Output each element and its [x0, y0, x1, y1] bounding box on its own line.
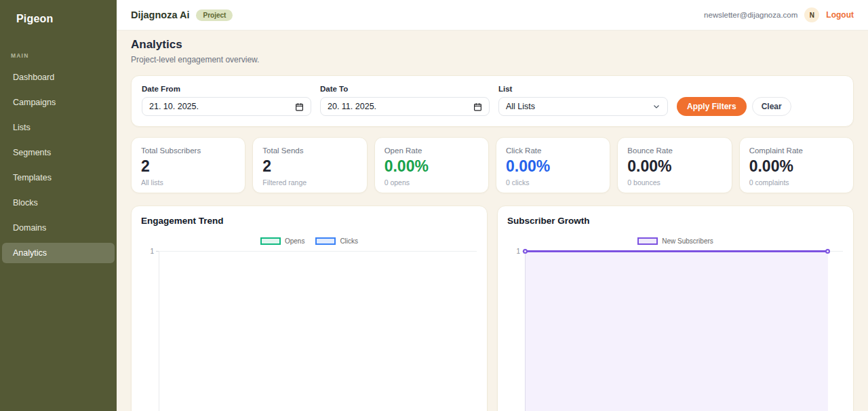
topbar-right: newsletter@dijagnoza.com N Logout	[704, 7, 854, 22]
stat-value: 2	[262, 158, 357, 175]
stat-card-total-subscribers: Total Subscribers2All lists	[131, 137, 245, 193]
date-from-field: Date From 21. 10. 2025.	[142, 85, 311, 116]
engagement-trend-plot: 1	[159, 251, 477, 411]
subscriber-growth-plot: 1	[525, 251, 843, 411]
stat-value: 0.00%	[749, 158, 844, 175]
project-title: Dijagnoza Ai	[131, 9, 189, 20]
subscriber-growth-title: Subscriber Growth	[507, 216, 844, 226]
legend-label: Opens	[285, 237, 304, 245]
legend-item-new-subscribers[interactable]: New Subscribers	[637, 237, 713, 245]
stat-label: Complaint Rate	[749, 146, 844, 155]
sidebar: Pigeon MAIN DashboardCampaignsListsSegme…	[0, 0, 117, 411]
sidebar-item-domains[interactable]: Domains	[2, 218, 115, 238]
legend-swatch	[315, 237, 336, 245]
list-label: List	[498, 85, 668, 93]
data-point-end	[825, 249, 830, 254]
legend-item-opens[interactable]: Opens	[260, 237, 304, 245]
subscriber-growth-legend: New Subscribers	[507, 237, 844, 245]
avatar: N	[804, 7, 819, 22]
list-field: List All Lists	[498, 85, 668, 116]
calendar-icon[interactable]	[473, 102, 482, 111]
stat-label: Bounce Rate	[627, 146, 722, 155]
stat-sub: 0 clicks	[506, 178, 600, 187]
stat-card-total-sends: Total Sends2Filtered range	[252, 137, 367, 193]
sidebar-item-campaigns[interactable]: Campaigns	[2, 92, 115, 113]
sidebar-item-templates[interactable]: Templates	[2, 168, 115, 188]
date-from-label: Date From	[142, 85, 311, 93]
filter-bar: Date From 21. 10. 2025. Date To	[131, 75, 854, 127]
date-from-value: 21. 10. 2025.	[149, 102, 199, 111]
stats-row: Total Subscribers2All listsTotal Sends2F…	[131, 137, 854, 193]
y-tick-label: 1	[142, 248, 154, 255]
stat-value: 0.00%	[627, 158, 722, 175]
stat-label: Click Rate	[506, 146, 600, 155]
data-point-start	[523, 249, 528, 254]
date-to-input[interactable]: 20. 11. 2025.	[320, 97, 490, 116]
stat-card-complaint-rate: Complaint Rate0.00%0 complaints	[739, 137, 854, 193]
stat-sub: Filtered range	[262, 178, 357, 187]
engagement-trend-legend: OpensClicks	[141, 237, 477, 245]
new-subscribers-line	[525, 250, 828, 252]
subscriber-growth-card: Subscriber Growth New Subscribers 1	[497, 206, 854, 411]
page-subtitle: Project-level engagement overview.	[131, 55, 854, 64]
filter-actions: Apply Filters Clear	[677, 97, 791, 117]
main-column: Dijagnoza Ai Project newsletter@dijagnoz…	[117, 0, 868, 411]
calendar-icon[interactable]	[295, 102, 304, 111]
topbar: Dijagnoza Ai Project newsletter@dijagnoz…	[117, 0, 868, 31]
stat-sub: All lists	[141, 178, 235, 187]
chevron-down-icon	[652, 102, 660, 111]
list-select[interactable]: All Lists	[498, 97, 668, 116]
stat-sub: 0 complaints	[749, 178, 844, 187]
legend-label: New Subscribers	[662, 237, 713, 245]
legend-label: Clicks	[340, 237, 358, 245]
date-to-value: 20. 11. 2025.	[328, 102, 376, 111]
sidebar-section-label: MAIN	[11, 52, 106, 59]
stat-card-open-rate: Open Rate0.00%0 opens	[374, 137, 489, 193]
stat-value: 2	[141, 158, 235, 175]
stat-value: 0.00%	[506, 158, 600, 175]
y-tick-label: 1	[509, 248, 520, 255]
date-to-label: Date To	[320, 85, 490, 93]
clear-filters-button[interactable]: Clear	[752, 97, 791, 116]
stat-value: 0.00%	[384, 158, 479, 175]
new-subscribers-area-fill	[525, 252, 828, 411]
charts-row: Engagement Trend OpensClicks 1 Subscribe…	[131, 206, 854, 411]
engagement-trend-card: Engagement Trend OpensClicks 1	[131, 206, 488, 411]
app-logo: Pigeon	[0, 0, 117, 25]
sidebar-item-analytics[interactable]: Analytics	[2, 243, 115, 263]
legend-swatch	[260, 237, 281, 245]
sidebar-item-blocks[interactable]: Blocks	[2, 193, 115, 213]
stat-label: Open Rate	[384, 146, 479, 155]
page-title: Analytics	[131, 38, 854, 52]
stat-card-bounce-rate: Bounce Rate0.00%0 bounces	[617, 137, 732, 193]
sidebar-nav: DashboardCampaignsListsSegmentsTemplates…	[0, 64, 117, 265]
user-email: newsletter@dijagnoza.com	[704, 11, 797, 19]
engagement-trend-title: Engagement Trend	[141, 216, 477, 226]
topbar-left: Dijagnoza Ai Project	[131, 9, 233, 21]
stat-label: Total Subscribers	[141, 146, 235, 155]
y-axis	[159, 251, 159, 411]
sidebar-item-lists[interactable]: Lists	[2, 117, 115, 138]
stat-sub: 0 opens	[384, 178, 479, 187]
list-selected-value: All Lists	[506, 102, 535, 111]
legend-item-clicks[interactable]: Clicks	[315, 237, 358, 245]
y-tick	[156, 251, 159, 252]
gridline-1	[159, 251, 477, 252]
date-from-input[interactable]: 21. 10. 2025.	[142, 97, 311, 116]
legend-swatch	[637, 237, 658, 245]
stat-card-click-rate: Click Rate0.00%0 clicks	[496, 137, 610, 193]
stat-sub: 0 bounces	[627, 178, 722, 187]
logout-link[interactable]: Logout	[826, 10, 854, 20]
project-badge: Project	[196, 9, 233, 21]
apply-filters-button[interactable]: Apply Filters	[677, 97, 747, 116]
stat-label: Total Sends	[262, 146, 357, 155]
page-content: Analytics Project-level engagement overv…	[117, 31, 868, 411]
sidebar-item-dashboard[interactable]: Dashboard	[2, 67, 115, 87]
sidebar-item-segments[interactable]: Segments	[2, 142, 115, 163]
date-to-field: Date To 20. 11. 2025.	[320, 85, 490, 116]
